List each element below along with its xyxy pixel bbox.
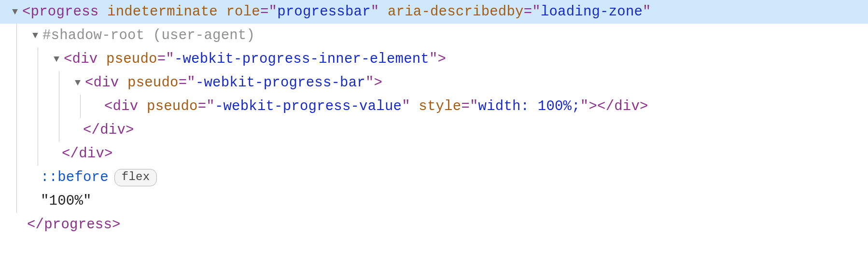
attr-value: -webkit-progress-inner-element [174,47,429,71]
attr-name: pseudo [127,71,179,95]
attr-value: loading-zone [541,0,643,24]
quote: " [371,0,379,24]
slash: / [36,213,44,237]
tree-row-text-node[interactable]: "100%" [0,189,868,213]
slash: / [92,118,100,142]
quote: " [470,95,478,118]
tree-row-div-inner-element[interactable]: ▼ < div pseudo = " -webkit-progress-inne… [0,47,868,71]
layout-badge-flex[interactable]: flex [114,169,157,186]
expand-arrow-icon[interactable]: ▼ [29,28,42,44]
space [379,0,388,24]
expand-arrow-icon[interactable]: ▼ [9,4,21,20]
close-tag-name: div [614,95,640,118]
equals: = [179,71,187,95]
equals: = [260,0,269,24]
tree-row-close-div[interactable]: < / div > [0,142,868,166]
dom-tree: ▼ < progress indeterminate role = " prog… [0,0,868,240]
slash: / [606,95,615,118]
attr-name: indeterminate [107,0,218,24]
equals: = [198,95,207,118]
equals: = [157,47,166,71]
expand-arrow-icon[interactable]: ▼ [50,51,63,68]
open-bracket: < [22,0,31,24]
attr-value: -webkit-progress-value [215,95,402,118]
space [98,0,107,24]
attr-name: pseudo [147,95,198,118]
tree-row-close-div[interactable]: < / div > [0,118,868,142]
close-bracket: > [438,47,447,71]
shadow-root-label: #shadow-root (user-agent) [42,24,255,47]
tag-name: progress [31,0,99,24]
text-node-value: "100%" [41,189,92,213]
quote: " [580,95,589,118]
slash: / [70,142,79,166]
quote: " [532,0,541,24]
tree-row-progress-open[interactable]: ▼ < progress indeterminate role = " prog… [0,0,868,24]
quote: " [166,47,174,71]
attr-name: style [419,95,461,118]
space [218,0,226,24]
quote: " [187,71,196,95]
open-bracket: < [62,142,70,166]
expand-arrow-icon[interactable]: ▼ [71,75,84,91]
close-bracket: > [126,118,134,142]
quote: " [402,95,410,118]
close-tag-name: progress [44,213,112,237]
equals: = [461,95,470,118]
close-bracket: > [588,95,597,118]
attr-value: width: 100%; [478,95,580,118]
tree-row-shadow-root[interactable]: ▼ #shadow-root (user-agent) [0,24,868,47]
close-bracket: > [104,142,113,166]
close-tag-name: div [100,118,126,142]
close-bracket: > [374,71,383,95]
tree-row-close-progress[interactable]: < / progress > [0,213,868,237]
attr-name: pseudo [106,47,157,71]
open-bracket: < [27,213,36,237]
tag-name: div [94,71,119,95]
attr-value: -webkit-progress-bar [196,71,365,95]
tree-row-div-progress-bar[interactable]: ▼ < div pseudo = " -webkit-progress-bar … [0,71,868,95]
attr-name: aria-describedby [388,0,524,24]
open-bracket: < [597,95,606,118]
tree-row-div-progress-value[interactable]: < div pseudo = " -webkit-progress-value … [0,95,868,118]
open-bracket: < [104,95,113,118]
open-bracket: < [85,71,94,95]
attr-value: progressbar [277,0,371,24]
quote: " [643,0,651,24]
space [138,95,147,118]
space [410,95,419,118]
tag-name: div [72,47,98,71]
quote: " [269,0,278,24]
space [119,71,127,95]
attr-name: role [226,0,260,24]
space [98,47,106,71]
close-bracket: > [112,213,121,237]
open-bracket: < [83,118,92,142]
quote: " [429,47,438,71]
quote: " [206,95,215,118]
open-bracket: < [64,47,72,71]
quote: " [365,71,374,95]
close-bracket: > [640,95,648,118]
pseudo-selector: ::before [41,166,109,189]
tree-row-pseudo-before[interactable]: ::before flex [0,166,868,189]
tag-name: div [113,95,139,118]
close-tag-name: div [79,142,104,166]
equals: = [524,0,532,24]
